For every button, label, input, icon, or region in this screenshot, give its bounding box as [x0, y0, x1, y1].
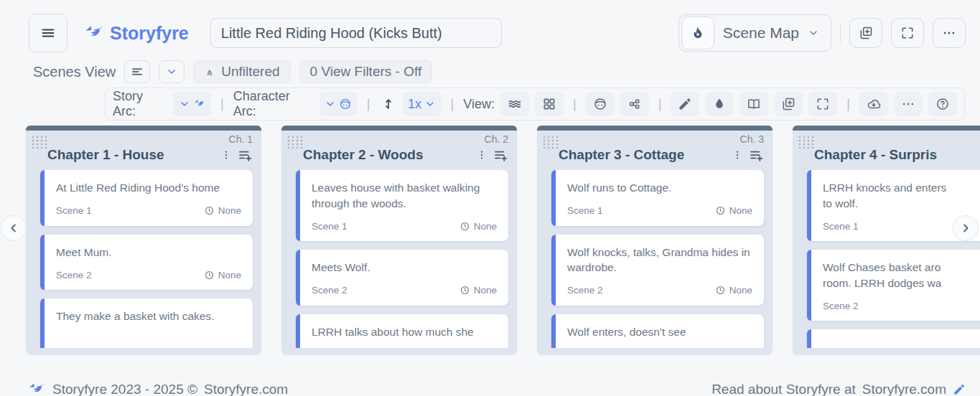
scene-duration: None	[218, 270, 241, 280]
scroll-right-button[interactable]	[953, 215, 979, 241]
storyfyre-logo-icon	[27, 380, 46, 396]
clock-icon	[459, 285, 470, 296]
fullscreen-button[interactable]	[891, 18, 924, 48]
clock-icon	[715, 205, 726, 216]
grid-view-button[interactable]	[535, 92, 564, 116]
droplet-icon	[712, 97, 727, 111]
scene-card[interactable]: Wolf enters, doesn't see	[551, 314, 764, 349]
view-filters-label: 0 View Filters - Off	[310, 64, 422, 80]
footer-site-link[interactable]: Storyfyre.com	[204, 382, 288, 396]
align-lines-icon	[131, 65, 144, 78]
scene-card[interactable]: Wolf runs to Cottage. Scene 1 None	[551, 170, 764, 226]
scene-card[interactable]: Wolf Chases basket aro room. LRRH dodges…	[807, 250, 980, 321]
scene-number-label: Scene 1	[823, 221, 859, 232]
add-scene-icon[interactable]	[493, 148, 508, 163]
waves-icon	[508, 97, 522, 111]
open-book-icon	[747, 97, 761, 111]
scene-map-flame-chip[interactable]	[681, 16, 714, 50]
scene-card[interactable]: LRRH talks about how much she	[296, 314, 508, 349]
expand-view-button[interactable]	[808, 92, 837, 116]
story-arc-dropdown[interactable]	[173, 92, 211, 116]
drag-handle-icon[interactable]	[798, 136, 814, 148]
filter-status-pill[interactable]: Unfiltered	[193, 60, 290, 83]
duplicate-board-button[interactable]	[849, 18, 882, 48]
help-button[interactable]	[928, 92, 957, 116]
ellipsis-icon	[901, 97, 915, 111]
column-header: Chapter 4 - Surpris	[793, 131, 980, 170]
scene-card[interactable]: At Little Red Riding Hood’s home Scene 1…	[40, 170, 253, 226]
grid-icon	[542, 97, 556, 111]
zoom-level-dropdown[interactable]: 1x	[403, 92, 442, 116]
copy-plus-icon	[859, 26, 873, 40]
column-color-bar	[281, 126, 517, 131]
scene-card[interactable]: Leaves house with basket walking through…	[296, 170, 508, 241]
chapter-columns: Ch. 1 Chapter 1 - House At Little Red Ri…	[0, 126, 980, 355]
toolbar-separator: |	[573, 97, 577, 112]
view-mode-selector[interactable]: Scene Map	[678, 14, 831, 52]
story-title-input[interactable]	[210, 18, 502, 48]
view-dropdown-button[interactable]	[159, 60, 185, 83]
hamburger-menu-button[interactable]	[29, 14, 67, 52]
scene-card[interactable]: Meet Mum. Scene 2 None	[40, 235, 253, 291]
share-nodes-icon	[627, 97, 642, 111]
filter-status-label: Unfiltered	[221, 64, 279, 80]
footer-site-link[interactable]: Storyfyre.com	[862, 382, 946, 396]
add-scene-icon[interactable]	[238, 148, 253, 163]
vertical-resize-icon[interactable]	[381, 97, 396, 111]
cloud-sync-button[interactable]	[859, 92, 888, 116]
chapter-number-label	[814, 133, 980, 146]
duplicate-view-button[interactable]	[774, 92, 803, 116]
clock-icon	[204, 205, 215, 216]
scene-card-list: At Little Red Riding Hood’s home Scene 1…	[26, 170, 261, 348]
scroll-left-button[interactable]	[1, 215, 27, 241]
scene-card[interactable]: Wolf knocks, talks, Grandma hides in war…	[551, 235, 764, 306]
clock-icon	[204, 270, 215, 280]
drag-handle-icon[interactable]	[543, 136, 559, 148]
chapter-menu-icon[interactable]	[476, 149, 487, 161]
column-color-bar	[26, 126, 261, 131]
divider	[840, 24, 841, 42]
more-options-button[interactable]	[933, 18, 966, 48]
chevron-left-icon	[7, 222, 20, 235]
page-footer: Storyfyre 2023 - 2025 © Storyfyre.com Re…	[27, 380, 966, 396]
fullscreen-icon	[816, 97, 830, 111]
characters-button[interactable]	[586, 92, 615, 116]
relationships-button[interactable]	[620, 92, 649, 116]
top-bar-right: Scene Map	[678, 14, 966, 52]
chapter-menu-icon[interactable]	[732, 149, 743, 161]
chapter-menu-icon[interactable]	[220, 149, 232, 161]
app-logo-text: Storyfyre	[110, 23, 189, 44]
chevron-right-icon	[959, 222, 972, 235]
view-layout-button[interactable]	[124, 60, 150, 83]
drag-handle-icon[interactable]	[32, 136, 47, 148]
edit-button[interactable]	[671, 92, 699, 116]
chapter-title[interactable]: Chapter 2 - Woods	[303, 147, 476, 163]
view-filters-pill[interactable]: 0 View Filters - Off	[299, 60, 433, 83]
footer-read-text: Read about Storyfyre at	[711, 382, 856, 396]
chapter-title[interactable]: Chapter 4 - Surpris	[814, 147, 980, 163]
waves-view-button[interactable]	[500, 92, 529, 116]
scene-text: Wolf enters, doesn't see	[567, 324, 752, 340]
chapter-number-label: Ch. 1	[47, 133, 253, 146]
column-color-bar	[537, 126, 773, 131]
character-face-icon	[593, 97, 607, 111]
scene-card[interactable]	[807, 329, 980, 348]
top-bar: Storyfyre Scene Map	[29, 13, 966, 53]
filter-icon	[204, 66, 215, 77]
add-scene-icon[interactable]	[749, 148, 764, 163]
toolbar-separator: |	[451, 97, 454, 112]
ink-style-button[interactable]	[705, 92, 734, 116]
cloud-download-icon	[867, 97, 881, 111]
read-mode-button[interactable]	[739, 92, 768, 116]
chapter-title[interactable]: Chapter 3 - Cottage	[559, 147, 732, 163]
app-logo[interactable]: Storyfyre	[83, 22, 189, 44]
zoom-level-value: 1x	[408, 97, 421, 112]
toolbar-more-button[interactable]	[894, 92, 923, 116]
scene-card[interactable]: They make a basket with cakes.	[40, 298, 253, 348]
scene-card[interactable]: Meets Wolf. Scene 2 None	[296, 250, 508, 306]
chapter-title[interactable]: Chapter 1 - House	[47, 147, 220, 163]
drag-handle-icon[interactable]	[287, 136, 303, 148]
character-face-icon	[339, 98, 352, 110]
character-arc-dropdown[interactable]	[319, 92, 358, 116]
toolbar-separator: |	[846, 97, 850, 112]
